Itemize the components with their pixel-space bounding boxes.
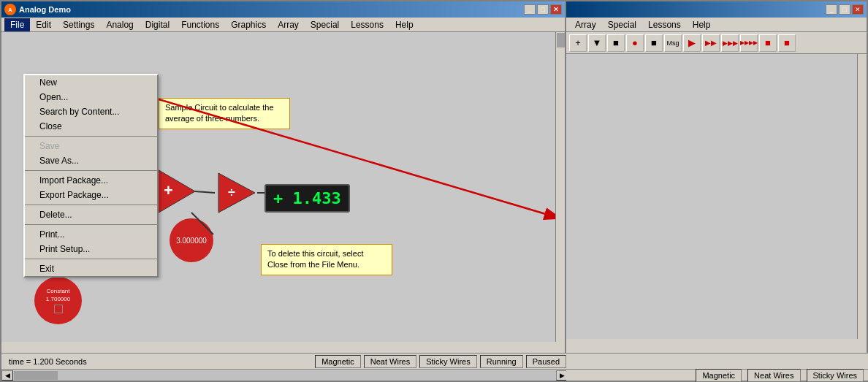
menu-graphics[interactable]: Graphics: [225, 18, 272, 31]
separator-1: [25, 136, 157, 137]
second-title-bar: _ □ ✕: [566, 1, 867, 18]
minimize-button[interactable]: _: [524, 4, 536, 15]
display-value: + 1.433: [273, 189, 341, 207]
menu-array[interactable]: Array: [272, 18, 305, 31]
app-logo: A: [4, 4, 16, 15]
separator-2: [25, 170, 157, 171]
tooltip-delete: To delete this circuit, select Close fro…: [261, 244, 392, 275]
svg-marker-2: [218, 173, 255, 213]
main-title-bar: A Analog Demo _ □ ✕: [1, 1, 565, 18]
second-menu-special[interactable]: Special: [602, 18, 642, 31]
close-button[interactable]: ✕: [550, 4, 562, 15]
menu-import-package[interactable]: Import Package...: [25, 173, 157, 188]
second-canvas: [566, 54, 859, 339]
main-status-bar: time = 1.200 Seconds Magnetic Neat Wires…: [1, 353, 568, 369]
maximize-button[interactable]: □: [537, 4, 549, 15]
second-minimize-btn[interactable]: _: [826, 4, 837, 15]
status-neat-wires: Neat Wires: [364, 355, 416, 368]
status-running: Running: [480, 355, 523, 368]
separator-5: [25, 259, 157, 259]
menu-print[interactable]: Print...: [25, 227, 157, 242]
menu-edit[interactable]: Edit: [30, 18, 57, 31]
scrollbar-h-track: [13, 370, 556, 381]
status-sticky-wires: Sticky Wires: [419, 355, 477, 368]
menu-file[interactable]: File: [4, 18, 30, 31]
menu-exit[interactable]: Exit: [25, 261, 157, 276]
main-scrollbar-v[interactable]: [555, 32, 565, 342]
toolbar-ff-btn[interactable]: ▶▶: [702, 34, 720, 52]
separator-4: [25, 224, 157, 225]
scrollbar-h-left[interactable]: ◀: [1, 370, 13, 381]
second-toolbar: + ▼ ■ ● ■ Msg ▶ ▶▶ ▶▶▶ ▶▶▶▶ ■ ■: [566, 32, 867, 54]
menu-help[interactable]: Help: [389, 18, 419, 31]
toolbar-stop-btn[interactable]: ■: [759, 34, 777, 52]
toolbar-rect-btn[interactable]: ■: [645, 34, 663, 52]
svg-text:÷: ÷: [228, 186, 235, 200]
toolbar-ffff-btn[interactable]: ▶▶▶▶: [740, 34, 758, 52]
toolbar-square-btn[interactable]: ■: [607, 34, 625, 52]
menu-lessons[interactable]: Lessons: [345, 18, 389, 31]
second-scrollbar-h[interactable]: Magnetic Neat Wires Sticky Wires: [566, 369, 868, 381]
toolbar-play-btn[interactable]: ▶: [683, 34, 701, 52]
separator-3: [25, 205, 157, 205]
toolbar-stop2-btn[interactable]: ■: [778, 34, 796, 52]
toolbar-fff-btn[interactable]: ▶▶▶: [721, 34, 739, 52]
main-window-title: Analog Demo: [19, 5, 524, 14]
menu-digital[interactable]: Digital: [140, 18, 175, 31]
toolbar-msg-btn[interactable]: Msg: [664, 34, 682, 52]
file-dropdown-menu: New Open... Search by Content... Close S…: [23, 74, 159, 278]
second-scrollbar-v[interactable]: [857, 54, 867, 339]
second-menu-lessons[interactable]: Lessons: [642, 18, 687, 31]
tooltip-sample-circuit: Sample Circuit to calculate the average …: [159, 98, 290, 129]
second-close-btn[interactable]: ✕: [852, 4, 864, 15]
constant-label: Constant1.700000: [46, 288, 70, 303]
toolbar-down-btn[interactable]: ▼: [588, 34, 606, 52]
constant-circle: Constant1.700000: [34, 277, 82, 324]
second-menu-array[interactable]: Array: [569, 18, 602, 31]
title-bar-buttons: _ □ ✕: [524, 4, 562, 15]
constant-block: Constant1.700000: [34, 277, 82, 324]
menu-delete[interactable]: Delete...: [25, 207, 157, 222]
menu-close[interactable]: Close: [25, 119, 157, 134]
menu-functions[interactable]: Functions: [175, 18, 225, 31]
status-magnetic: Magnetic: [315, 355, 361, 368]
menu-analog[interactable]: Analog: [100, 18, 139, 31]
menu-bar: File Edit Settings Analog Digital Functi…: [1, 18, 565, 32]
menu-special[interactable]: Special: [305, 18, 345, 31]
circle-constant-3: 3.000000: [170, 218, 213, 262]
second-maximize-btn[interactable]: □: [839, 4, 850, 15]
status-time: time = 1.200 Seconds: [1, 357, 313, 366]
second-status-sticky-wires: Sticky Wires: [807, 369, 864, 382]
constant-indicator: [54, 305, 63, 313]
menu-export-package[interactable]: Export Package...: [25, 188, 157, 202]
second-menu-bar: Array Special Lessons Help: [566, 18, 867, 32]
status-paused: Paused: [526, 355, 566, 368]
display-block: + 1.433: [264, 184, 350, 213]
main-scrollbar-h[interactable]: ◀ ▶: [1, 369, 568, 381]
menu-open[interactable]: Open...: [25, 90, 157, 104]
svg-text:+: +: [164, 181, 173, 199]
second-window: _ □ ✕ Array Special Lessons Help + ▼ ■ ●…: [566, 0, 868, 382]
second-menu-help[interactable]: Help: [687, 18, 717, 31]
toolbar-add-btn[interactable]: +: [569, 34, 587, 52]
toolbar-circle-btn[interactable]: ●: [626, 34, 644, 52]
menu-print-setup[interactable]: Print Setup...: [25, 242, 157, 256]
scrollbar-v-thumb[interactable]: [557, 33, 565, 47]
second-status-magnetic: Magnetic: [696, 369, 742, 382]
scrollbar-h-thumb[interactable]: [14, 371, 58, 380]
div-block: ÷: [215, 169, 259, 218]
second-title-buttons: _ □ ✕: [826, 4, 864, 15]
canvas-area: Sample Circuit to calculate the average …: [1, 32, 558, 342]
menu-search-by-content[interactable]: Search by Content...: [25, 104, 157, 119]
second-status-neat-wires: Neat Wires: [747, 369, 800, 382]
menu-save: Save: [25, 139, 157, 153]
main-window: A Analog Demo _ □ ✕ File Edit Settings A…: [0, 0, 566, 382]
menu-save-as[interactable]: Save As...: [25, 153, 157, 168]
menu-settings[interactable]: Settings: [57, 18, 100, 31]
menu-new[interactable]: New: [25, 75, 157, 90]
